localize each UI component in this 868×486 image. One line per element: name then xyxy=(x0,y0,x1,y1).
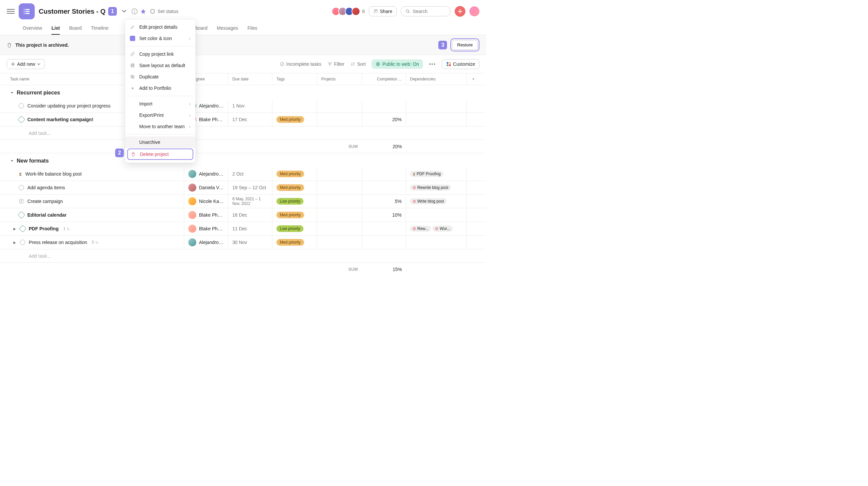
column-due[interactable]: Due date xyxy=(228,73,272,85)
customize-button[interactable]: Customize xyxy=(442,59,479,69)
expand-icon[interactable]: ▶ xyxy=(13,241,17,244)
add-new-button[interactable]: Add new xyxy=(7,59,45,69)
global-add-button[interactable] xyxy=(455,6,465,17)
member-avatars[interactable]: 8 xyxy=(334,7,365,16)
task-row[interactable]: Add agenda items Daniela Var... 19 Sep –… xyxy=(0,181,486,195)
column-tags[interactable]: Tags xyxy=(272,73,317,85)
form-icon xyxy=(19,199,24,204)
task-row[interactable]: Content marketing campaign! Blake Pham 1… xyxy=(0,113,486,127)
project-menu-toggle[interactable] xyxy=(120,7,129,16)
project-icon xyxy=(19,3,35,19)
column-completion[interactable]: Completion ... xyxy=(362,73,406,85)
add-task-button[interactable]: Add task... xyxy=(0,249,486,263)
avatar xyxy=(188,197,196,205)
complete-checkbox[interactable] xyxy=(19,103,24,108)
dependency-pill[interactable]: ⧗PDF Proofing xyxy=(410,171,443,177)
milestone-icon[interactable] xyxy=(19,225,27,233)
section-header[interactable]: New formats xyxy=(0,153,486,167)
more-actions-button[interactable]: ••• xyxy=(429,61,436,67)
svg-rect-15 xyxy=(449,64,451,66)
search-box[interactable] xyxy=(401,6,451,17)
task-name: PDF Proofing xyxy=(29,226,58,231)
column-projects[interactable]: Projects xyxy=(317,73,362,85)
expand-icon[interactable]: ▶ xyxy=(13,227,17,231)
section-header[interactable]: Recurrent pieces xyxy=(0,85,486,99)
chevron-right-icon: › xyxy=(189,36,191,41)
avatar xyxy=(188,184,196,192)
due-date: 6 May, 2021 – 1 Nov, 2022 xyxy=(232,197,268,206)
dependency-pill[interactable]: ⊝Wor... xyxy=(432,226,453,232)
menu-icon[interactable] xyxy=(7,7,15,15)
add-task-button[interactable]: Add task... xyxy=(0,127,486,140)
dependency-pill[interactable]: ⊝Write blog post xyxy=(410,198,447,204)
tab-board[interactable]: Board xyxy=(69,22,82,35)
collapse-icon[interactable] xyxy=(10,91,14,95)
tab-messages[interactable]: Messages xyxy=(217,22,238,35)
add-column-button[interactable]: + xyxy=(467,73,480,85)
menu-add-portfolio[interactable]: +Add to Portfolio xyxy=(125,83,195,94)
project-title: Customer Stories - Q xyxy=(39,8,105,15)
assignee-name: Blake Pham xyxy=(199,117,224,122)
priority-tag: Med priority xyxy=(276,170,304,177)
dependency-pill[interactable]: ⊝Rewrite blog post xyxy=(410,185,451,191)
menu-export[interactable]: Export/Print› xyxy=(125,109,195,121)
incomplete-tasks-filter[interactable]: Incomplete tasks xyxy=(280,61,321,67)
star-icon[interactable] xyxy=(140,8,146,14)
task-name: Work-life balance blog post xyxy=(25,171,82,176)
task-name: Consider updating your project progress xyxy=(27,103,111,108)
svg-rect-5 xyxy=(25,13,30,14)
milestone-icon[interactable] xyxy=(18,116,25,124)
set-status-button[interactable]: Set status xyxy=(150,9,178,14)
svg-rect-13 xyxy=(449,62,451,64)
archived-message: This project is archived. xyxy=(16,42,69,48)
assignee-name: Blake Pham xyxy=(199,212,224,218)
share-button[interactable]: Share xyxy=(369,6,397,17)
assignee-name: Alejandro L... xyxy=(199,171,224,176)
tab-timeline[interactable]: Timeline xyxy=(91,22,108,35)
task-row[interactable]: Editorial calendar Blake Pham 16 Dec Med… xyxy=(0,208,486,222)
column-dependencies[interactable]: Dependencies xyxy=(406,73,467,85)
menu-delete-project[interactable]: Delete project xyxy=(127,149,193,160)
completion-value: 10% xyxy=(392,212,402,218)
collapse-icon[interactable] xyxy=(10,159,14,163)
dependency-pill[interactable]: ⊝Rew... xyxy=(410,226,431,232)
task-row[interactable]: Consider updating your project progress … xyxy=(0,99,486,113)
chevron-down-icon xyxy=(37,63,40,65)
task-row[interactable]: ⧗Work-life balance blog post Alejandro L… xyxy=(0,167,486,181)
menu-set-color[interactable]: Set color & icon› xyxy=(125,33,195,44)
profile-avatar[interactable] xyxy=(469,6,479,17)
task-row[interactable]: ▶Press release on acquisition5 Alejandro… xyxy=(0,236,486,249)
avatar xyxy=(188,211,196,219)
priority-tag: Low priority xyxy=(276,225,304,232)
priority-tag: Low priority xyxy=(276,198,304,205)
milestone-icon[interactable] xyxy=(18,211,25,219)
menu-edit-details[interactable]: Edit project details xyxy=(125,21,195,33)
task-row[interactable]: ▶PDF Proofing1 Blake Pham 11 Dec Low pri… xyxy=(0,222,486,236)
menu-unarchive[interactable]: Unarchive xyxy=(125,136,195,148)
assignee-name: Blake Pham xyxy=(199,226,224,231)
task-name: Editorial calendar xyxy=(27,212,66,218)
info-icon[interactable] xyxy=(131,8,137,14)
due-date: 16 Dec xyxy=(232,212,247,218)
menu-import[interactable]: Import› xyxy=(125,98,195,109)
tab-files[interactable]: Files xyxy=(247,22,257,35)
menu-duplicate[interactable]: Duplicate xyxy=(125,71,195,83)
menu-move-team[interactable]: Move to another team› xyxy=(125,121,195,132)
sort-button[interactable]: Sort xyxy=(350,61,366,67)
menu-copy-link[interactable]: Copy project link xyxy=(125,48,195,60)
filter-button[interactable]: Filter xyxy=(328,61,344,67)
tab-list[interactable]: List xyxy=(52,22,60,35)
tab-overview[interactable]: Overview xyxy=(23,22,42,35)
complete-checkbox[interactable] xyxy=(20,240,25,245)
task-name: Add agenda items xyxy=(27,185,65,190)
complete-checkbox[interactable] xyxy=(19,185,24,190)
public-to-web-button[interactable]: Public to web: On xyxy=(372,59,423,69)
search-input[interactable] xyxy=(413,9,446,14)
menu-save-layout[interactable]: Save layout as default xyxy=(125,60,195,71)
priority-tag: Med priority xyxy=(276,116,304,123)
completion-value: 5% xyxy=(395,199,402,204)
task-row[interactable]: Create campaign Nicole Kap... 6 May, 202… xyxy=(0,195,486,208)
chevron-right-icon: › xyxy=(189,101,191,106)
task-name: Content marketing campaign! xyxy=(27,117,93,122)
restore-button[interactable]: Restore xyxy=(452,40,478,50)
